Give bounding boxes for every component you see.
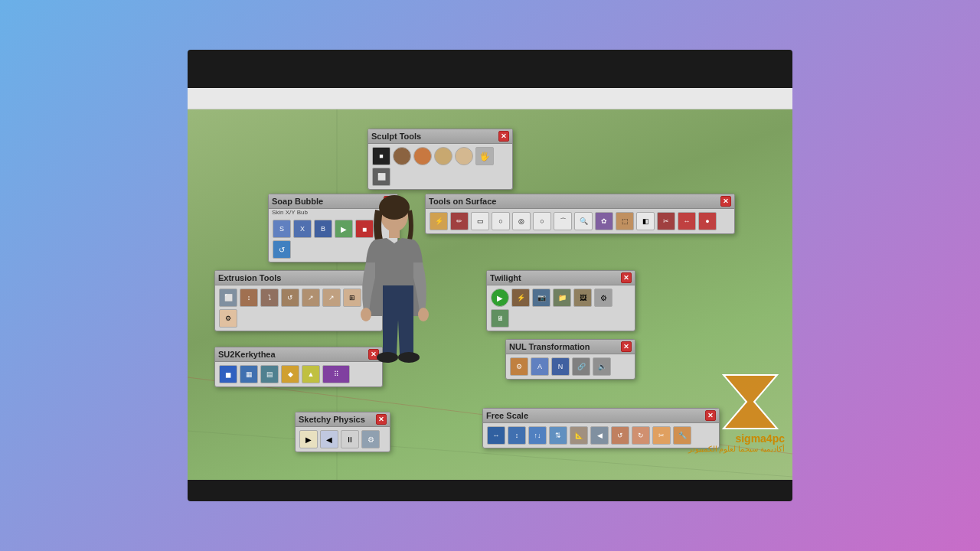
tool-icon[interactable]: ▭ (471, 212, 489, 230)
tool-icon[interactable] (455, 147, 473, 165)
tool-icon[interactable]: ⚡ (511, 289, 530, 307)
su2kerkythea-window: SU2Kerkythea ✕ ◼ ▦ ▤ ◆ ▲ ⠿ (214, 347, 383, 387)
sculpt-tools-close[interactable]: ✕ (498, 131, 509, 142)
rewind-icon[interactable]: ◀ (320, 430, 338, 448)
bottom-bar (188, 480, 792, 501)
twilight-close[interactable]: ✕ (621, 272, 632, 283)
tool-icon[interactable]: ▲ (302, 365, 320, 383)
tool-icon[interactable]: ✏ (450, 212, 469, 230)
tool-icon[interactable]: 📷 (532, 289, 550, 307)
tools-on-surface-window: Tools on Surface ✕ ⚡ ✏ ▭ ○ ◎ ○ ⌒ 🔍 ✿ ⬚ ◧… (425, 194, 735, 234)
nul-transformation-close[interactable]: ✕ (621, 341, 632, 352)
tool-icon[interactable]: ▦ (240, 365, 258, 383)
svg-marker-10 (724, 375, 777, 429)
soap-bubble-title: Soap Bubble (272, 197, 323, 206)
svg-point-8 (377, 352, 398, 363)
sculpt-tools-title: Sculpt Tools (371, 132, 421, 141)
twilight-window: Twilight ✕ ▶ ⚡ 📷 📁 🖼 ⚙ 🖥 (486, 270, 635, 331)
tool-icon[interactable]: 🖐 (475, 147, 494, 165)
tool-icon[interactable]: ◎ (512, 212, 531, 230)
tool-icon[interactable]: ⇅ (549, 426, 567, 445)
tool-icon[interactable]: ✂ (657, 212, 675, 230)
tool-icon[interactable]: ↻ (632, 426, 650, 445)
main-frame: Sculpt Tools ✕ ■ 🖐 ⬜ Soap Bubble ✕ Skin … (188, 50, 792, 501)
tool-icon[interactable]: ⠿ (322, 365, 350, 383)
nul-transformation-window: NUL Transformation ✕ ⚙ A N 🔗 🔈 (505, 339, 635, 380)
su2kerkythea-header[interactable]: SU2Kerkythea ✕ (215, 347, 382, 362)
tool-icon[interactable]: ◧ (636, 212, 655, 230)
tool-icon[interactable]: ⤵ (260, 289, 279, 307)
tool-icon[interactable]: ○ (533, 212, 551, 230)
refresh-icon[interactable]: ↺ (273, 240, 291, 259)
su2kerkythea-body: ◼ ▦ ▤ ◆ ▲ ⠿ (215, 362, 382, 386)
tool-icon[interactable]: ■ (372, 147, 390, 165)
tool-icon[interactable]: ↔ (678, 212, 696, 230)
extrusion-tools-title: Extrusion Tools (218, 273, 281, 282)
tool-icon[interactable]: ● (698, 212, 717, 230)
sigma-arabic: أكاديمية سيجما لعلوم الكمبيوتر (688, 445, 785, 453)
tools-on-surface-body: ⚡ ✏ ▭ ○ ◎ ○ ⌒ 🔍 ✿ ⬚ ◧ ✂ ↔ ● (426, 209, 734, 233)
tool-icon[interactable]: 🖼 (573, 289, 592, 307)
tools-on-surface-close[interactable]: ✕ (720, 196, 731, 207)
extrusion-tools-window: Extrusion Tools ✕ ⬜ ↕ ⤵ ↺ ↗ ↗ ⊞ ⚙ (214, 270, 383, 331)
nul-transformation-header[interactable]: NUL Transformation ✕ (506, 340, 635, 354)
human-figure (360, 194, 429, 416)
play-icon[interactable]: ▶ (335, 220, 353, 238)
tool-icon[interactable]: X (293, 220, 312, 238)
twilight-header[interactable]: Twilight ✕ (487, 271, 635, 285)
sculpt-tools-window: Sculpt Tools ✕ ■ 🖐 ⬜ (368, 129, 513, 190)
tool-icon[interactable]: ⬜ (372, 168, 390, 186)
extrusion-tools-body: ⬜ ↕ ⤵ ↺ ↗ ↗ ⊞ ⚙ (215, 285, 382, 331)
tool-icon[interactable]: ↗ (302, 289, 320, 307)
tool-icon[interactable]: ⬜ (219, 289, 237, 307)
tool-icon[interactable]: ◼ (219, 365, 237, 383)
tool-icon[interactable]: 🖥 (491, 309, 509, 328)
tool-icon[interactable]: N (551, 357, 570, 376)
tool-icon[interactable]: ⊞ (343, 289, 361, 307)
tool-icon[interactable]: 🔈 (593, 357, 611, 376)
tool-icon[interactable]: ⌒ (554, 212, 572, 230)
tool-icon[interactable]: 🔗 (572, 357, 590, 376)
tool-icon[interactable]: ✂ (652, 426, 671, 445)
tool-icon[interactable]: ↺ (281, 289, 299, 307)
tool-icon[interactable]: ↕ (240, 289, 258, 307)
tool-icon[interactable]: S (273, 220, 291, 238)
tool-icon[interactable] (434, 147, 452, 165)
tool-icon[interactable]: ✿ (595, 212, 613, 230)
tool-icon[interactable]: B (314, 220, 332, 238)
tool-icon[interactable]: ◀ (590, 426, 609, 445)
tool-icon[interactable]: ○ (492, 212, 510, 230)
tool-icon[interactable]: A (531, 357, 549, 376)
sketchy-physics-body: ▶ ◀ ⏸ ⚙ (296, 427, 390, 452)
tool-icon[interactable]: ⚙ (594, 289, 612, 307)
tool-icon[interactable]: ↔ (487, 426, 505, 445)
tool-icon[interactable]: ↺ (611, 426, 629, 445)
tool-icon[interactable] (393, 147, 411, 165)
tool-icon[interactable]: ⬚ (616, 212, 634, 230)
tool-icon[interactable]: 🔍 (574, 212, 593, 230)
sculpt-tools-header[interactable]: Sculpt Tools ✕ (368, 129, 512, 144)
pause-icon[interactable]: ⏸ (341, 430, 359, 448)
tool-icon[interactable]: 📁 (553, 289, 571, 307)
tool-icon[interactable]: ⚙ (510, 357, 528, 376)
sigma-site: sigma4pc (735, 432, 785, 445)
tool-icon[interactable]: ▤ (260, 365, 279, 383)
tools-on-surface-header[interactable]: Tools on Surface ✕ (426, 194, 734, 209)
extrusion-tools-header[interactable]: Extrusion Tools ✕ (215, 271, 382, 285)
play-icon[interactable]: ▶ (299, 430, 318, 448)
free-scale-header[interactable]: Free Scale ✕ (483, 409, 719, 423)
free-scale-body: ↔ ↕ ↑↓ ⇅ 📐 ◀ ↺ ↻ ✂ 🔧 (483, 423, 719, 448)
tool-icon[interactable]: ↑↓ (528, 426, 547, 445)
tool-icon[interactable]: ◆ (281, 365, 299, 383)
svg-rect-5 (389, 229, 400, 238)
tool-icon[interactable]: ⚙ (219, 309, 237, 328)
tool-icon[interactable]: ↕ (508, 426, 526, 445)
tool-icon[interactable]: ↗ (322, 289, 341, 307)
watermark: sigma4pc أكاديمية سيجما لعلوم الكمبيوتر (688, 371, 785, 453)
tool-icon[interactable]: ⚡ (430, 212, 448, 230)
settings-icon[interactable]: ⚙ (361, 430, 380, 448)
tool-icon[interactable] (413, 147, 432, 165)
tool-icon[interactable]: 📐 (570, 426, 588, 445)
sketchy-physics-close[interactable]: ✕ (376, 414, 387, 425)
tool-icon[interactable]: ▶ (491, 289, 509, 307)
